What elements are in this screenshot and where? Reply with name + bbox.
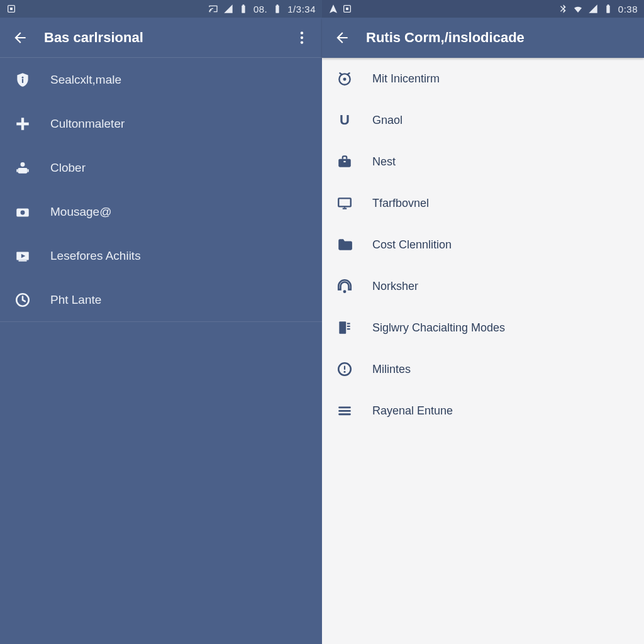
menu-lines-icon [336, 402, 353, 419]
nav-icon [328, 4, 338, 14]
clock-icon [14, 291, 31, 309]
folder-icon [336, 236, 353, 253]
briefcase-icon [336, 153, 353, 170]
list-item[interactable]: Norksher [322, 265, 644, 307]
camera-icon [14, 203, 31, 221]
left-pane: 08. 1/3:34 Bas carlrsional Sealcxlt,male… [0, 0, 322, 644]
list-item[interactable]: Milintes [322, 348, 644, 390]
battery-full-icon [272, 4, 282, 14]
battery-icon [603, 4, 613, 14]
back-button[interactable] [330, 25, 355, 50]
clock-text: 0:38 [618, 4, 638, 14]
list-item-label: Sealcxlt,male [50, 73, 308, 87]
list-item[interactable]: U Gnaol [322, 99, 644, 141]
alert-circle-icon [336, 360, 353, 378]
list-item-label: Mousage@ [50, 205, 308, 219]
shield-info-icon [14, 71, 31, 89]
app-bar: Rutis Corm,/inslodicade [322, 18, 644, 58]
list-item[interactable]: Nest [322, 141, 644, 182]
list-item-label: Clober [50, 161, 308, 175]
list-item[interactable]: Tfarfbovnel [322, 182, 644, 224]
video-board-icon [14, 247, 31, 265]
page-title: Rutis Corm,/inslodicade [366, 30, 636, 46]
list-item-label: Siglwry Chacialting Modes [372, 321, 630, 335]
battery-text: 08. [253, 4, 267, 14]
list-item[interactable]: Mit Inicentirm [322, 58, 644, 99]
list-item[interactable]: Cultonmaleter [0, 102, 322, 146]
list-item-label: Nest [372, 155, 630, 169]
list-item-label: Milintes [372, 363, 630, 376]
list-item-label: Gnaol [372, 114, 630, 127]
menu-list: Mit Inicentirm U Gnaol Nest Tfarfbovnel … [322, 58, 644, 644]
plus-icon [14, 115, 31, 133]
list-item-label: Cultonmaleter [50, 117, 308, 131]
cell-signal-icon [223, 4, 233, 14]
status-box-icon [342, 4, 352, 14]
list-item[interactable]: Siglwry Chacialting Modes [322, 307, 644, 348]
battery-icon [238, 4, 248, 14]
list-item-label: Tfarfbovnel [372, 197, 630, 210]
menu-list: Sealcxlt,male Cultonmaleter Clober Mousa… [0, 58, 322, 644]
person-camera-icon [14, 159, 31, 177]
list-item-label: Mit Inicentirm [372, 72, 630, 86]
cell-signal-icon [588, 4, 598, 14]
list-item-label: Norksher [372, 280, 630, 293]
right-pane: 0:38 Rutis Corm,/inslodicade Mit Inicent… [322, 0, 644, 644]
list-item[interactable]: Clober [0, 146, 322, 190]
app-bar: Bas carlrsional [0, 18, 322, 58]
monitor-icon [336, 194, 353, 212]
list-item-label: Cost Clennlition [372, 238, 630, 252]
back-button[interactable] [8, 25, 33, 50]
book-lines-icon [336, 319, 353, 336]
list-item-label: Lesefores Achiits [50, 249, 308, 263]
list-item[interactable]: Mousage@ [0, 190, 322, 234]
wifi-icon [573, 4, 583, 14]
list-item-label: Pht Lante [50, 293, 308, 307]
list-item[interactable]: Sealcxlt,male [0, 58, 322, 102]
bluetooth-icon [558, 4, 568, 14]
status-bar: 08. 1/3:34 [0, 0, 322, 18]
cast-icon [208, 4, 218, 14]
list-item[interactable]: Lesefores Achiits [0, 234, 322, 278]
status-bar: 0:38 [322, 0, 644, 18]
alarm-target-icon [336, 70, 353, 87]
list-item[interactable]: Rayenal Entune [322, 390, 644, 431]
letter-u-icon: U [336, 111, 353, 129]
list-item-label: Rayenal Entune [372, 404, 630, 418]
list-item[interactable]: Cost Clennlition [322, 224, 644, 265]
overflow-menu-button[interactable] [289, 25, 314, 50]
list-item[interactable]: Pht Lante [0, 278, 322, 322]
page-title: Bas carlrsional [44, 30, 278, 46]
status-box-icon [6, 4, 16, 14]
clock-text: 1/3:34 [287, 4, 316, 14]
headset-ring-icon [336, 277, 353, 295]
